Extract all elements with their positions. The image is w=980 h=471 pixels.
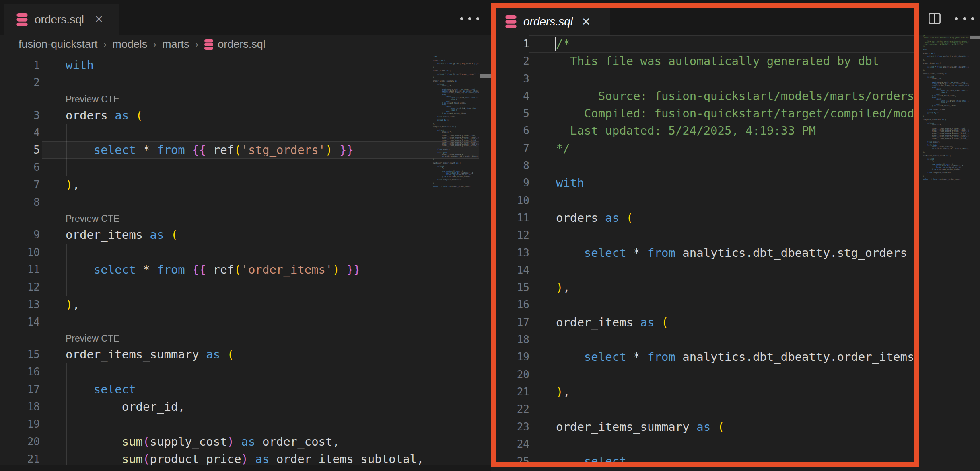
close-icon[interactable]: ✕ xyxy=(95,13,103,26)
line-number: 14 xyxy=(496,262,529,279)
line-number: 14 xyxy=(0,313,40,331)
code-line[interactable]: 24 xyxy=(496,436,919,453)
code-line[interactable]: 7), xyxy=(0,176,479,194)
codelens-preview-cte[interactable]: Preview CTE xyxy=(0,211,479,226)
code-line[interactable]: 10 xyxy=(496,192,919,209)
line-number: 7 xyxy=(496,140,529,157)
code-line[interactable]: 15order_items_summary as ( xyxy=(0,346,479,363)
right-overview-ruler[interactable] xyxy=(969,35,980,471)
code-line[interactable]: 17order_items as ( xyxy=(496,314,919,331)
code-line[interactable]: 1with xyxy=(0,57,479,74)
sql-file-icon xyxy=(16,13,28,26)
code-line[interactable]: 9with xyxy=(496,174,919,192)
code-line[interactable]: 13), xyxy=(0,296,479,313)
code-line[interactable]: 14 xyxy=(496,262,919,279)
indent-guide xyxy=(66,244,67,261)
chevron-right-icon: › xyxy=(195,38,198,51)
breadcrumb-item[interactable]: models xyxy=(112,38,147,51)
code-line[interactable]: 18 xyxy=(496,331,919,348)
right-tab-bar: orders.sql ✕ xyxy=(491,0,980,35)
line-number: 23 xyxy=(496,418,529,436)
line-number: 13 xyxy=(0,296,40,313)
code-line[interactable]: 8 xyxy=(496,157,919,174)
code-line[interactable]: 25 select xyxy=(496,453,919,470)
left-overview-ruler[interactable] xyxy=(479,54,491,471)
code-line[interactable]: 11 select * from {{ ref('order_items') }… xyxy=(0,261,479,279)
code-line[interactable]: 3orders as ( xyxy=(0,107,479,124)
code-line[interactable]: 8 xyxy=(0,194,479,211)
line-number: 1 xyxy=(496,35,529,53)
right-minimap[interactable]: /* This file was automatically generated… xyxy=(923,35,969,184)
code-line[interactable]: 13 select * from analytics.dbt_dbeatty.s… xyxy=(496,244,919,262)
code-line[interactable]: 11orders as ( xyxy=(496,209,919,227)
code-line[interactable]: 5 Compiled: fusion-quickstart/target/com… xyxy=(496,105,919,122)
current-line-highlight xyxy=(529,35,919,53)
breadcrumb-item[interactable]: marts xyxy=(162,38,189,51)
code-line[interactable]: 1/* xyxy=(496,35,919,53)
cursor-position-marker xyxy=(480,74,491,78)
left-minimap[interactable]: withorders as ( select * from {{ ref('st… xyxy=(433,56,479,193)
line-number: 20 xyxy=(496,366,529,383)
code-line[interactable]: 10 xyxy=(0,244,479,261)
line-number: 5 xyxy=(496,105,529,122)
code-line[interactable]: 2 xyxy=(0,74,479,91)
code-line[interactable]: 7*/ xyxy=(496,140,919,157)
code-line[interactable]: 23order_items_summary as ( xyxy=(496,418,919,436)
tab-orders-sql-right[interactable]: orders.sql ✕ xyxy=(494,8,610,35)
cursor-position-marker xyxy=(970,36,980,39)
code-line[interactable]: 4 xyxy=(0,124,479,141)
code-line[interactable]: 14 xyxy=(0,313,479,331)
code-line[interactable]: 20 sum(supply_cost) as order_cost, xyxy=(0,433,479,451)
split-editor-icon[interactable] xyxy=(928,12,941,25)
code-line[interactable]: 5 select * from {{ ref('stg_orders') }} xyxy=(0,141,479,159)
code-line[interactable]: 6 xyxy=(0,159,479,176)
minimap-line: on orders.order_id = order_items_summary… xyxy=(433,156,479,157)
code-line[interactable]: 22 xyxy=(496,401,919,418)
indent-guide xyxy=(66,416,67,433)
indent-guide xyxy=(66,159,67,176)
line-number: 16 xyxy=(0,363,40,381)
left-editor[interactable]: 1with2Preview CTE3orders as (45 select *… xyxy=(0,54,479,471)
line-number: 6 xyxy=(496,122,529,139)
code-line[interactable]: 19 xyxy=(0,416,479,433)
line-number: 2 xyxy=(0,74,40,91)
code-line[interactable]: 18 order_id, xyxy=(0,398,479,416)
codelens-preview-cte[interactable]: Preview CTE xyxy=(0,331,479,346)
sql-file-icon xyxy=(204,39,214,50)
minimap-line: order_items_summary.count_drink_items > … xyxy=(923,138,969,139)
line-number: 19 xyxy=(0,416,40,433)
code-line[interactable]: 20 xyxy=(496,366,919,383)
indent-guide xyxy=(557,331,557,348)
code-line[interactable]: 2 This file was automatically generated … xyxy=(496,53,919,70)
tab-label: orders.sql xyxy=(523,15,573,28)
minimap-line: select * from {{ ref('stg_orders') }} xyxy=(433,63,479,65)
code-line[interactable]: 6 Last updated: 5/24/2025, 4:19:33 PM xyxy=(496,122,919,139)
code-line[interactable]: 12 xyxy=(496,227,919,244)
line-number: 1 xyxy=(0,57,40,74)
code-line[interactable]: 15), xyxy=(496,279,919,296)
line-number: 22 xyxy=(496,401,529,418)
code-line[interactable]: 21), xyxy=(496,383,919,401)
code-line[interactable]: 12 xyxy=(0,279,479,296)
code-line[interactable]: 17 select xyxy=(0,381,479,398)
more-actions-icon[interactable] xyxy=(953,15,976,23)
right-editor[interactable]: 1/*2 This file was automatically generat… xyxy=(496,35,919,471)
breadcrumb-item[interactable]: fusion-quickstart xyxy=(19,38,98,51)
chevron-right-icon: › xyxy=(103,38,107,51)
close-icon[interactable]: ✕ xyxy=(582,16,591,28)
tab-orders-sql-left[interactable]: orders.sql ✕ xyxy=(4,4,119,35)
code-line[interactable]: 9order_items as ( xyxy=(0,226,479,244)
line-number: 25 xyxy=(496,453,529,470)
code-line[interactable]: 4 Source: fusion-quickstart/models/marts… xyxy=(496,88,919,105)
code-line[interactable]: 16 xyxy=(0,363,479,381)
code-line[interactable]: 19 select * from analytics.dbt_dbeatty.o… xyxy=(496,348,919,366)
code-line[interactable]: 16 xyxy=(496,296,919,313)
line-number: 16 xyxy=(496,296,529,313)
codelens-preview-cte[interactable]: Preview CTE xyxy=(0,92,479,107)
line-number: 4 xyxy=(496,88,529,105)
code-line[interactable]: 3 xyxy=(496,70,919,88)
indent-guide xyxy=(95,416,95,433)
line-number: 15 xyxy=(496,279,529,296)
breadcrumb-file[interactable]: orders.sql xyxy=(204,38,266,51)
more-actions-icon[interactable] xyxy=(458,15,482,23)
